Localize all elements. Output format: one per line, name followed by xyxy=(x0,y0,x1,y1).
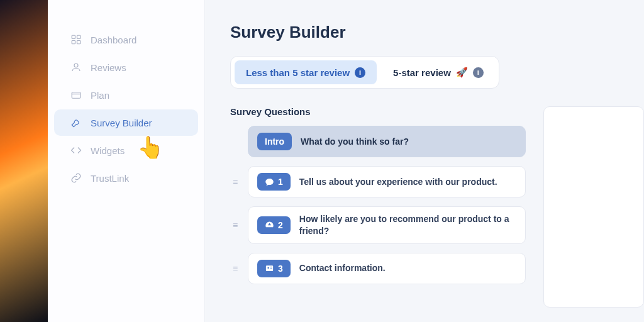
info-icon: i xyxy=(355,67,365,78)
svg-rect-1 xyxy=(77,35,80,38)
sidebar-item-trustlink[interactable]: TrustLink xyxy=(54,165,198,191)
sidebar-item-label: Survey Builder xyxy=(91,118,152,128)
preview-panel xyxy=(543,106,644,308)
question-row: ≡ 3 Contact information. xyxy=(230,253,526,284)
wrench-icon xyxy=(70,117,82,128)
link-icon xyxy=(70,172,82,184)
gauge-icon xyxy=(265,220,274,230)
sidebar-item-label: Reviews xyxy=(91,62,126,73)
reviews-icon xyxy=(70,62,82,73)
question-card[interactable]: 1 Tell us about your experience with our… xyxy=(248,166,526,197)
drag-handle-icon[interactable]: ≡ xyxy=(230,264,240,274)
question-badge: 3 xyxy=(257,260,291,277)
code-icon xyxy=(70,145,82,156)
desktop-wallpaper-strip xyxy=(0,0,48,322)
svg-point-4 xyxy=(74,64,78,67)
dashboard-icon xyxy=(70,34,82,45)
sidebar-item-plan[interactable]: Plan xyxy=(54,82,198,108)
sidebar-item-label: Dashboard xyxy=(91,35,136,45)
question-text: Contact information. xyxy=(299,262,386,274)
tab-label: 5-star review xyxy=(393,67,451,78)
question-badge: 1 xyxy=(257,173,291,191)
question-card[interactable]: 2 How likely are you to recommend our pr… xyxy=(248,206,526,244)
plan-icon xyxy=(70,89,82,101)
question-card-intro[interactable]: Intro What do you think so far? xyxy=(248,126,526,157)
sidebar: Dashboard Reviews Plan Survey Builder Wi… xyxy=(48,0,205,322)
svg-rect-5 xyxy=(72,92,80,99)
svg-rect-6 xyxy=(266,265,273,271)
question-text: Tell us about your experience with our p… xyxy=(299,176,497,188)
info-icon: i xyxy=(473,67,484,78)
intro-badge: Intro xyxy=(257,133,292,150)
questions-column: Survey Questions ≡ Intro What do you thi… xyxy=(230,106,526,308)
question-row: ≡ 2 How likely are you to recommend our … xyxy=(230,206,526,244)
main-content: Survey Builder Less than 5 star review i… xyxy=(205,0,644,322)
sidebar-item-reviews[interactable]: Reviews xyxy=(54,54,198,80)
tab-label: Less than 5 star review xyxy=(246,67,350,78)
svg-rect-2 xyxy=(72,41,75,44)
sidebar-item-label: Widgets xyxy=(91,145,125,156)
sidebar-item-dashboard[interactable]: Dashboard xyxy=(54,26,198,53)
sidebar-item-label: Plan xyxy=(91,90,109,101)
question-row-intro: ≡ Intro What do you think so far? xyxy=(230,126,526,157)
question-text: What do you think so far? xyxy=(301,136,409,148)
tab-5-star[interactable]: 5-star review 🚀 i xyxy=(382,60,495,84)
sidebar-item-label: TrustLink xyxy=(91,173,129,184)
speech-bubble-icon xyxy=(265,177,274,187)
tab-bar: Less than 5 star review i 5-star review … xyxy=(230,56,499,89)
section-heading: Survey Questions xyxy=(230,106,526,117)
drag-handle-icon[interactable]: ≡ xyxy=(230,177,240,187)
svg-rect-0 xyxy=(72,35,75,38)
svg-point-7 xyxy=(267,267,269,269)
sidebar-item-widgets[interactable]: Widgets xyxy=(54,137,198,164)
page-title: Survey Builder xyxy=(230,23,644,42)
question-number: 3 xyxy=(278,264,283,274)
question-number: 2 xyxy=(278,220,283,230)
svg-rect-3 xyxy=(77,41,80,44)
question-text: How likely are you to recommend our prod… xyxy=(299,213,516,237)
tab-less-than-5-star[interactable]: Less than 5 star review i xyxy=(235,60,377,84)
sidebar-item-survey-builder[interactable]: Survey Builder xyxy=(54,109,198,136)
question-card[interactable]: 3 Contact information. xyxy=(248,253,526,284)
rocket-icon: 🚀 xyxy=(456,67,468,78)
question-badge: 2 xyxy=(257,216,291,234)
question-number: 1 xyxy=(278,177,283,187)
contact-card-icon xyxy=(265,264,274,273)
drag-handle-icon[interactable]: ≡ xyxy=(230,220,240,230)
question-row: ≡ 1 Tell us about your experience with o… xyxy=(230,166,526,197)
